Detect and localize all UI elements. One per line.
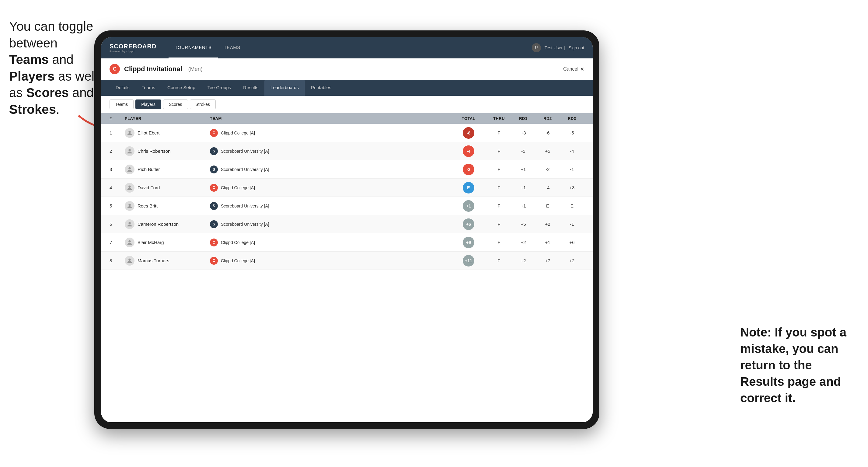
row-num: 3 — [110, 167, 125, 172]
tab-results[interactable]: Results — [237, 80, 265, 96]
player-avatar — [125, 238, 134, 247]
user-avatar: U — [532, 43, 541, 52]
team-logo: C — [210, 239, 218, 246]
nav-links: TOURNAMENTS TEAMS — [168, 37, 532, 58]
player-cell: Chris Robertson — [125, 146, 210, 156]
score-badge: -2 — [463, 164, 474, 175]
table-row[interactable]: 6 Cameron Robertson S Scoreboard Univers… — [101, 215, 593, 234]
nav-user-text: Test User | — [545, 45, 565, 50]
tab-leaderboards[interactable]: Leaderboards — [265, 80, 305, 96]
tab-course-setup[interactable]: Course Setup — [161, 80, 202, 96]
score-badge: -4 — [463, 146, 474, 157]
table-row[interactable]: 5 Rees Britt S Scoreboard University [A]… — [101, 197, 593, 215]
team-name: Clippd College [A] — [221, 258, 255, 263]
cell-rd1: +5 — [511, 221, 535, 227]
player-cell: Rich Butler — [125, 164, 210, 174]
top-navigation: SCOREBOARD Powered by clippd TOURNAMENTS… — [101, 37, 593, 58]
score-badge: +1 — [463, 200, 474, 212]
col-num: # — [110, 116, 125, 121]
cell-rd3: +3 — [560, 185, 584, 190]
cell-rd2: E — [535, 203, 560, 209]
team-cell: S Scoreboard University [A] — [210, 165, 450, 174]
player-name: Rich Butler — [137, 167, 160, 172]
player-cell: David Ford — [125, 183, 210, 193]
tournament-name: Clippd Invitational — [124, 65, 182, 73]
row-num: 5 — [110, 203, 125, 209]
team-cell: S Scoreboard University [A] — [210, 202, 450, 210]
logo-area: SCOREBOARD Powered by clippd — [110, 43, 156, 53]
player-name: David Ford — [137, 185, 160, 190]
cell-rd3: -1 — [560, 221, 584, 227]
nav-teams[interactable]: TEAMS — [218, 37, 246, 58]
score-badge: +6 — [463, 218, 474, 230]
tab-tee-groups[interactable]: Tee Groups — [202, 80, 237, 96]
tab-details[interactable]: Details — [110, 80, 136, 96]
tablet-device: SCOREBOARD Powered by clippd TOURNAMENTS… — [94, 30, 599, 429]
row-num: 8 — [110, 258, 125, 263]
table-row[interactable]: 7 Blair McHarg C Clippd College [A] +9 F… — [101, 234, 593, 252]
col-team: TEAM — [210, 116, 450, 121]
player-avatar — [125, 146, 134, 156]
svg-point-5 — [128, 204, 130, 206]
player-cell: Blair McHarg — [125, 238, 210, 247]
team-name: Clippd College [A] — [221, 130, 255, 135]
cell-thru: F — [487, 258, 511, 263]
col-rd1: RD1 — [511, 116, 535, 121]
tournament-gender: (Men) — [188, 66, 203, 72]
cell-rd3: +2 — [560, 258, 584, 263]
cell-rd1: +1 — [511, 167, 535, 172]
cancel-button[interactable]: Cancel ✕ — [563, 66, 584, 72]
team-logo: S — [210, 202, 218, 210]
col-thru: THRU — [487, 116, 511, 121]
tournament-header: C Clippd Invitational (Men) Cancel ✕ — [101, 58, 593, 80]
row-num: 2 — [110, 149, 125, 154]
table-row[interactable]: 2 Chris Robertson S Scoreboard Universit… — [101, 142, 593, 160]
player-avatar — [125, 201, 134, 211]
table-header: # PLAYER TEAM TOTAL THRU RD1 RD2 RD3 — [101, 113, 593, 124]
player-name: Elliot Ebert — [137, 130, 160, 135]
sub-tab-teams[interactable]: Teams — [110, 99, 133, 109]
logo-sub: Powered by clippd — [110, 50, 156, 53]
score-badge: +11 — [463, 255, 474, 267]
row-num: 1 — [110, 130, 125, 135]
table-row[interactable]: 8 Marcus Turners C Clippd College [A] +1… — [101, 252, 593, 270]
row-num: 6 — [110, 221, 125, 227]
cell-rd2: -6 — [535, 130, 560, 135]
player-cell: Marcus Turners — [125, 256, 210, 266]
cell-thru: F — [487, 203, 511, 209]
cell-rd1: +1 — [511, 185, 535, 190]
cell-rd1: +3 — [511, 130, 535, 135]
tournament-icon: C — [110, 64, 120, 74]
svg-point-8 — [128, 258, 130, 260]
team-name: Scoreboard University [A] — [221, 149, 269, 154]
col-total: TOTAL — [450, 116, 487, 121]
cell-rd2: +2 — [535, 221, 560, 227]
tab-printables[interactable]: Printables — [305, 80, 337, 96]
row-num: 7 — [110, 240, 125, 245]
team-logo: S — [210, 165, 218, 174]
tab-navigation: Details Teams Course Setup Tee Groups Re… — [101, 80, 593, 96]
cell-rd3: +6 — [560, 240, 584, 245]
col-rd3: RD3 — [560, 116, 584, 121]
sub-tab-strokes[interactable]: Strokes — [190, 99, 216, 109]
team-cell: C Clippd College [A] — [210, 184, 450, 192]
player-avatar — [125, 128, 134, 138]
player-name: Cameron Robertson — [137, 221, 179, 227]
team-name: Scoreboard University [A] — [221, 222, 269, 227]
player-cell: Rees Britt — [125, 201, 210, 211]
signout-link[interactable]: Sign out — [569, 45, 584, 50]
svg-point-4 — [128, 185, 130, 187]
cell-rd2: -4 — [535, 185, 560, 190]
table-row[interactable]: 1 Elliot Ebert C Clippd College [A] -8 F… — [101, 124, 593, 142]
nav-tournaments[interactable]: TOURNAMENTS — [168, 37, 218, 58]
cell-thru: F — [487, 149, 511, 154]
table-row[interactable]: 4 David Ford C Clippd College [A] E F +1… — [101, 179, 593, 197]
team-logo: C — [210, 184, 218, 192]
cell-rd3: -5 — [560, 130, 584, 135]
player-cell: Elliot Ebert — [125, 128, 210, 138]
sub-tab-players[interactable]: Players — [135, 99, 161, 109]
sub-tab-scores[interactable]: Scores — [163, 99, 188, 109]
team-name: Clippd College [A] — [221, 240, 255, 245]
tab-teams[interactable]: Teams — [136, 80, 161, 96]
table-row[interactable]: 3 Rich Butler S Scoreboard University [A… — [101, 160, 593, 179]
